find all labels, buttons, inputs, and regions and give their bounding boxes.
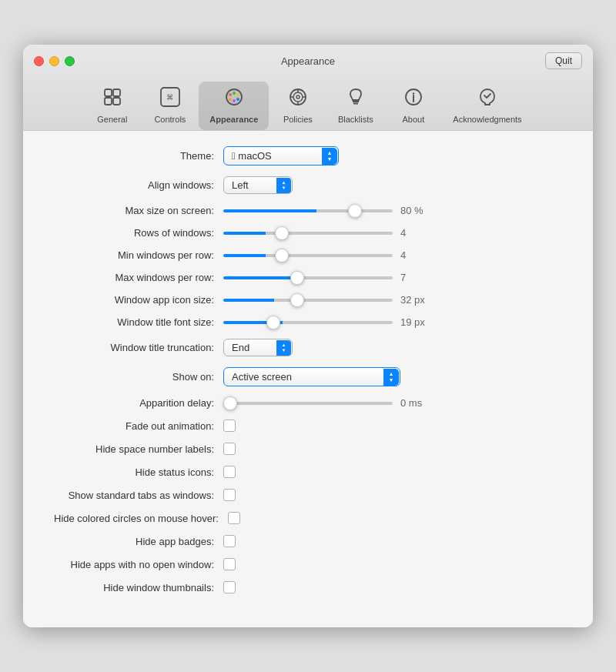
hide-space-label: Hide space number labels: (54, 443, 223, 455)
traffic-lights (34, 56, 75, 66)
fade-label: Fade out animation: (54, 420, 223, 432)
min-per-row-row: Min windows per row: 4 (54, 249, 562, 261)
toolbar-label-controls: Controls (154, 115, 186, 124)
hide-no-window-control (223, 558, 562, 570)
max-size-control: 80 % (223, 205, 562, 216)
toolbar-label-acknowledgments: Acknowledgments (453, 115, 521, 124)
hide-status-checkbox[interactable] (223, 466, 236, 478)
title-font-slider[interactable] (223, 321, 393, 324)
hide-circles-checkbox[interactable] (228, 512, 240, 524)
toolbar-item-about[interactable]: About (384, 82, 442, 130)
svg-point-14 (293, 92, 303, 102)
fade-checkbox[interactable] (223, 420, 236, 432)
svg-rect-2 (105, 98, 112, 105)
theme-row: Theme:  macOS (54, 146, 562, 165)
show-on-select[interactable]: Active screen All screens Main screen (223, 367, 400, 386)
hide-thumbnails-row: Hide window thumbnails: (54, 581, 562, 593)
max-size-slider[interactable] (223, 209, 393, 212)
title-bar: Appearance Quit General (23, 45, 593, 130)
hide-circles-row: Hide colored circles on mouse hover: (54, 512, 562, 524)
toolbar-label-about: About (402, 115, 424, 124)
icon-size-control: 32 px (223, 294, 562, 306)
hide-space-control (223, 443, 562, 455)
toolbar-item-acknowledgments[interactable]: Acknowledgments (442, 82, 532, 130)
toolbar: General ⌘ Controls (34, 75, 582, 130)
hide-space-row: Hide space number labels: (54, 443, 562, 455)
max-per-row-row: Max windows per row: 7 (54, 272, 562, 283)
hide-space-checkbox[interactable] (223, 443, 236, 455)
show-tabs-label: Show standard tabs as windows: (54, 490, 223, 501)
toolbar-item-blacklists[interactable]: Blacklists (326, 82, 384, 130)
svg-point-9 (236, 93, 239, 96)
about-icon (403, 86, 424, 112)
min-per-row-control: 4 (223, 249, 562, 261)
window-title: Appearance (281, 55, 335, 67)
toolbar-label-appearance: Appearance (209, 115, 258, 124)
align-control: Left Center Right (223, 176, 562, 194)
minimize-button[interactable] (49, 56, 59, 66)
apparition-value: 0 ms (400, 397, 435, 409)
title-font-row: Window title font size: 19 px (54, 316, 562, 328)
title-font-control: 19 px (223, 316, 562, 328)
show-on-row: Show on: Active screen All screens Main … (54, 367, 562, 386)
hide-thumbnails-checkbox[interactable] (223, 581, 236, 593)
theme-select[interactable]:  macOS (223, 146, 339, 165)
svg-point-15 (296, 95, 300, 99)
hide-circles-label: Hide colored circles on mouse hover: (54, 513, 228, 524)
truncation-row: Window title truncation: End Middle Star… (54, 339, 562, 356)
theme-control:  macOS (223, 146, 562, 165)
show-tabs-row: Show standard tabs as windows: (54, 489, 562, 501)
hide-no-window-checkbox[interactable] (223, 558, 236, 570)
svg-text:⌘: ⌘ (167, 92, 173, 103)
min-per-row-value: 4 (400, 249, 435, 261)
hide-no-window-label: Hide apps with no open window: (54, 559, 223, 570)
svg-point-7 (229, 93, 232, 96)
icon-size-slider[interactable] (223, 299, 393, 302)
show-on-control: Active screen All screens Main screen (223, 367, 562, 386)
toolbar-item-policies[interactable]: Policies (269, 82, 326, 130)
align-label: Align windows: (54, 179, 223, 191)
quit-button[interactable]: Quit (545, 52, 582, 69)
apparition-slider[interactable] (223, 402, 393, 405)
toolbar-item-general[interactable]: General (83, 82, 141, 130)
min-per-row-slider[interactable] (223, 254, 393, 257)
main-window: Appearance Quit General (23, 45, 593, 627)
rows-label: Rows of windows: (54, 227, 223, 239)
hide-badges-checkbox[interactable] (223, 535, 236, 547)
show-tabs-control (223, 489, 562, 501)
toolbar-label-blacklists: Blacklists (338, 115, 373, 124)
toolbar-item-controls[interactable]: ⌘ Controls (141, 82, 199, 130)
toolbar-item-appearance[interactable]: Appearance (199, 82, 269, 130)
policies-icon (287, 86, 309, 112)
rows-slider[interactable] (223, 232, 393, 235)
hide-circles-control (228, 512, 562, 524)
show-tabs-checkbox[interactable] (223, 489, 236, 501)
hide-thumbnails-control (223, 581, 562, 593)
rows-value: 4 (400, 227, 435, 239)
align-select[interactable]: Left Center Right (223, 176, 293, 194)
max-per-row-slider[interactable] (223, 276, 393, 279)
svg-point-12 (229, 98, 232, 101)
align-row: Align windows: Left Center Right (54, 176, 562, 194)
icon-size-row: Window app icon size: 32 px (54, 294, 562, 306)
title-font-value: 19 px (400, 316, 435, 328)
general-icon (102, 86, 123, 112)
toolbar-label-general: General (97, 115, 127, 124)
svg-point-8 (233, 92, 236, 95)
theme-label: Theme: (54, 150, 223, 162)
min-per-row-label: Min windows per row: (54, 249, 223, 261)
close-button[interactable] (34, 56, 44, 66)
icon-size-value: 32 px (400, 294, 435, 306)
maximize-button[interactable] (65, 56, 75, 66)
max-per-row-label: Max windows per row: (54, 272, 223, 283)
truncation-label: Window title truncation: (54, 342, 223, 353)
rows-row: Rows of windows: 4 (54, 227, 562, 239)
apparition-row: Apparition delay: 0 ms (54, 397, 562, 409)
truncation-select[interactable]: End Middle Start (223, 339, 293, 356)
max-per-row-value: 7 (400, 272, 435, 283)
max-size-row: Max size on screen: 80 % (54, 205, 562, 216)
max-size-label: Max size on screen: (54, 205, 223, 216)
fade-control (223, 420, 562, 432)
content-area: Theme:  macOS Align windows: Left Cente… (23, 130, 593, 627)
acknowledgments-icon (477, 86, 498, 112)
